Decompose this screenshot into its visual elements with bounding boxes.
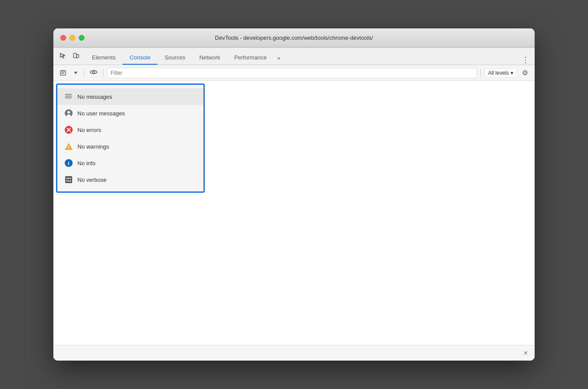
tab-performance[interactable]: Performance xyxy=(227,48,273,65)
info-icon: i xyxy=(64,159,73,167)
dropdown-item-no-verbose[interactable]: No verbose xyxy=(57,171,203,188)
dropdown-item-no-errors[interactable]: No errors xyxy=(57,122,203,138)
toolbar-icons xyxy=(57,50,85,65)
svg-point-26 xyxy=(70,178,71,179)
list-icon xyxy=(64,92,73,101)
close-window-button[interactable] xyxy=(60,35,66,41)
toolbar-divider-2 xyxy=(103,69,103,77)
tab-more[interactable]: » xyxy=(274,52,284,65)
svg-point-29 xyxy=(70,181,71,182)
svg-rect-0 xyxy=(74,53,77,58)
tab-elements[interactable]: Elements xyxy=(85,48,122,65)
bottom-bar: × xyxy=(53,345,535,361)
svg-point-12 xyxy=(65,97,66,98)
svg-point-10 xyxy=(65,94,66,95)
svg-point-25 xyxy=(68,178,70,179)
svg-point-27 xyxy=(66,181,68,182)
dropdown-item-no-messages[interactable]: No messages xyxy=(57,88,203,105)
devtools-window: DevTools - developers.google.com/web/too… xyxy=(53,28,535,361)
svg-text:!: ! xyxy=(68,145,70,150)
content-area: No messages No user messages xyxy=(53,81,535,345)
console-toolbar: All levels ▾ ⚙ xyxy=(53,65,535,81)
minimize-window-button[interactable] xyxy=(70,35,75,41)
svg-point-14 xyxy=(67,111,70,114)
tab-sources[interactable]: Sources xyxy=(158,48,192,65)
clear-console-button[interactable] xyxy=(57,67,69,79)
svg-point-11 xyxy=(65,96,66,97)
devtools-tab-bar: Elements Console Sources Network Perform… xyxy=(53,48,535,65)
filter-input[interactable] xyxy=(107,68,477,78)
all-levels-button[interactable]: All levels ▾ xyxy=(484,68,517,78)
dropdown-item-no-info[interactable]: i No info xyxy=(57,155,203,171)
svg-point-24 xyxy=(66,178,68,179)
svg-rect-2 xyxy=(60,71,66,75)
close-panel-button[interactable]: × xyxy=(522,347,529,359)
svg-rect-1 xyxy=(77,55,79,58)
warning-icon: ! xyxy=(64,142,73,151)
svg-text:i: i xyxy=(68,160,69,167)
maximize-window-button[interactable] xyxy=(79,35,84,41)
svg-marker-5 xyxy=(74,72,77,74)
traffic-lights xyxy=(60,35,84,41)
toolbar-divider-1 xyxy=(84,69,84,77)
title-bar: DevTools - developers.google.com/web/too… xyxy=(53,28,535,48)
inspect-element-icon[interactable] xyxy=(57,50,69,62)
error-icon xyxy=(64,125,73,134)
svg-point-28 xyxy=(68,181,70,182)
svg-rect-23 xyxy=(65,176,72,183)
verbose-icon xyxy=(64,175,73,184)
dropdown-item-no-user-messages[interactable]: No user messages xyxy=(57,105,203,122)
eye-icon[interactable] xyxy=(88,67,99,79)
device-toolbar-icon[interactable] xyxy=(70,50,82,62)
tab-network[interactable]: Network xyxy=(192,48,228,65)
dropdown-item-no-warnings[interactable]: ! No warnings xyxy=(57,138,203,155)
devtools-menu: ⋮ xyxy=(284,55,535,65)
tab-console[interactable]: Console xyxy=(122,48,158,65)
console-level-dropdown-panel: No messages No user messages xyxy=(56,83,205,193)
svg-point-6 xyxy=(93,71,95,73)
devtools-dots-menu-icon[interactable]: ⋮ xyxy=(522,55,529,65)
user-icon xyxy=(64,109,73,118)
toolbar-divider-3 xyxy=(480,69,481,77)
settings-gear-icon[interactable]: ⚙ xyxy=(519,67,531,79)
console-level-dropdown-arrow[interactable] xyxy=(71,68,80,78)
window-title: DevTools - developers.google.com/web/too… xyxy=(215,35,373,41)
svg-point-15 xyxy=(66,115,71,117)
